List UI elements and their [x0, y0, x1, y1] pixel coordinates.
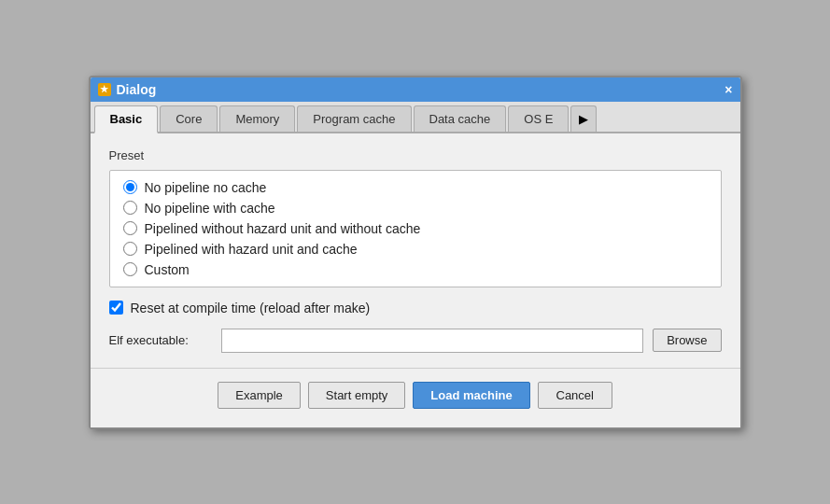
- dialog-window: ★ Dialog × Basic Core Memory Program cac…: [89, 76, 742, 429]
- radio-pipelined-without-hazard[interactable]: Pipelined without hazard unit and withou…: [123, 221, 708, 236]
- radio-input-no-pipeline-no-cache[interactable]: [123, 180, 137, 194]
- start-empty-button[interactable]: Start empty: [308, 382, 405, 409]
- preset-label: Preset: [109, 148, 722, 162]
- title-bar: ★ Dialog ×: [91, 77, 740, 102]
- dialog-body: Preset No pipeline no cache No pipeline …: [91, 133, 740, 427]
- radio-label-pipelined-without-hazard: Pipelined without hazard unit and withou…: [145, 221, 421, 236]
- button-row: Example Start empty Load machine Cancel: [109, 382, 722, 413]
- tab-os-e[interactable]: OS E: [508, 105, 569, 132]
- reset-checkbox-row[interactable]: Reset at compile time (reload after make…: [109, 301, 722, 315]
- radio-input-custom[interactable]: [123, 262, 137, 276]
- reset-checkbox[interactable]: [109, 301, 123, 315]
- tab-core[interactable]: Core: [160, 105, 218, 132]
- tab-memory[interactable]: Memory: [219, 105, 295, 132]
- close-button[interactable]: ×: [724, 83, 732, 96]
- radio-custom[interactable]: Custom: [123, 262, 708, 277]
- reset-checkbox-label: Reset at compile time (reload after make…: [131, 301, 371, 315]
- tab-more-button[interactable]: ▶: [570, 105, 597, 132]
- elf-input[interactable]: [221, 329, 644, 353]
- radio-pipelined-with-hazard[interactable]: Pipelined with hazard unit and cache: [123, 242, 708, 257]
- cancel-button[interactable]: Cancel: [538, 382, 612, 409]
- radio-no-pipeline-with-cache[interactable]: No pipeline with cache: [123, 201, 708, 216]
- radio-label-no-pipeline-no-cache: No pipeline no cache: [145, 180, 267, 195]
- radio-label-pipelined-with-hazard: Pipelined with hazard unit and cache: [145, 242, 358, 257]
- radio-input-pipelined-without-hazard[interactable]: [123, 221, 137, 235]
- title-bar-left: ★ Dialog: [98, 82, 157, 97]
- preset-box: No pipeline no cache No pipeline with ca…: [109, 170, 722, 287]
- tab-basic[interactable]: Basic: [94, 105, 159, 133]
- load-machine-button[interactable]: Load machine: [413, 382, 529, 409]
- example-button[interactable]: Example: [218, 382, 301, 409]
- divider: [91, 368, 740, 369]
- tab-data-cache[interactable]: Data cache: [414, 105, 507, 132]
- dialog-title: Dialog: [117, 82, 157, 97]
- radio-label-no-pipeline-with-cache: No pipeline with cache: [145, 201, 275, 216]
- radio-label-custom: Custom: [145, 262, 190, 277]
- dialog-icon: ★: [98, 83, 111, 96]
- browse-button[interactable]: Browse: [653, 329, 721, 352]
- elf-label: Elf executable:: [109, 333, 212, 347]
- tab-bar: Basic Core Memory Program cache Data cac…: [91, 102, 740, 133]
- radio-no-pipeline-no-cache[interactable]: No pipeline no cache: [123, 180, 708, 195]
- tab-program-cache[interactable]: Program cache: [297, 105, 411, 132]
- radio-input-no-pipeline-with-cache[interactable]: [123, 201, 137, 215]
- radio-input-pipelined-with-hazard[interactable]: [123, 242, 137, 256]
- elf-row: Elf executable: Browse: [109, 329, 722, 353]
